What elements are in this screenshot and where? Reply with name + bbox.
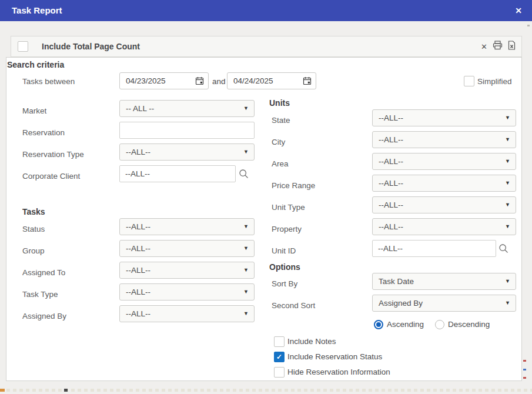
area-label: Area — [272, 159, 289, 168]
include-notes-checkbox[interactable] — [274, 336, 285, 347]
export-excel-icon[interactable] — [508, 41, 516, 52]
chevron-down-icon — [505, 153, 510, 169]
date-conjunction: and — [212, 77, 226, 86]
chevron-down-icon — [505, 295, 510, 311]
task-type-select[interactable]: --ALL-- — [119, 283, 255, 300]
date-from-picker[interactable]: 04/23/2025 — [119, 72, 209, 89]
include-total-page-count-label: Include Total Page Count — [42, 36, 140, 56]
simplified-label: Simplified — [477, 77, 512, 86]
chevron-down-icon — [243, 241, 249, 256]
chevron-down-icon — [243, 284, 249, 300]
chevron-down-icon — [243, 306, 249, 322]
hide-reservation-information-label: Hide Reservation Information — [287, 368, 390, 376]
calendar-icon[interactable] — [195, 76, 204, 88]
tasks-between-label: Tasks between — [22, 77, 75, 86]
hide-reservation-information-checkbox[interactable] — [274, 367, 285, 378]
city-label: City — [272, 138, 285, 146]
background-artifact — [527, 25, 530, 26]
task-report-dialog: Task Report Include Total Page Count — [0, 0, 532, 394]
chevron-down-icon — [505, 197, 510, 213]
task-type-label: Task Type — [22, 290, 58, 299]
reservation-type-select[interactable]: --ALL-- — [119, 143, 255, 161]
chevron-down-icon — [243, 101, 249, 116]
close-icon[interactable] — [515, 0, 522, 21]
date-from-value: 04/23/2025 — [126, 73, 166, 89]
background-artifact — [523, 360, 526, 362]
ascending-label: Ascending — [387, 320, 424, 329]
assigned-to-label: Assigned To — [22, 268, 65, 277]
chevron-down-icon — [505, 273, 510, 289]
chevron-down-icon — [505, 175, 510, 191]
group-select[interactable]: --ALL-- — [119, 240, 255, 257]
include-total-page-count-checkbox[interactable] — [18, 41, 28, 52]
state-label: State — [272, 116, 290, 125]
background-artifact — [0, 389, 5, 392]
second-sort-select[interactable]: Assigned By — [372, 295, 516, 312]
include-reservation-status-label: Include Reservation Status — [287, 352, 382, 361]
include-reservation-status-checkbox[interactable] — [274, 352, 285, 362]
chevron-down-icon — [243, 262, 249, 278]
group-label: Group — [22, 246, 45, 255]
background-artifact — [523, 377, 526, 379]
report-toolbar: Include Total Page Count — [11, 36, 522, 57]
section-units: Units — [269, 98, 290, 108]
toolbar-icons — [481, 36, 516, 56]
descending-label: Descending — [448, 320, 490, 329]
dialog-titlebar: Task Report — [0, 0, 532, 21]
market-label: Market — [22, 106, 46, 115]
assigned-to-select[interactable]: --ALL-- — [119, 262, 255, 279]
chevron-down-icon — [243, 144, 249, 160]
descending-radio[interactable] — [435, 320, 444, 329]
area-select[interactable]: --ALL-- — [372, 153, 516, 170]
search-icon[interactable] — [239, 169, 249, 182]
unit-type-select[interactable]: --ALL-- — [372, 196, 516, 213]
property-label: Property — [272, 225, 302, 233]
sort-by-label: Sort By — [272, 279, 297, 288]
status-select[interactable]: --ALL-- — [119, 218, 255, 235]
second-sort-label: Second Sort — [272, 301, 315, 310]
date-to-value: 04/24/2025 — [233, 73, 273, 89]
assigned-by-label: Assigned By — [22, 312, 66, 320]
background-artifact — [64, 389, 68, 392]
calendar-icon[interactable] — [303, 76, 312, 88]
sort-by-select[interactable]: Task Date — [372, 273, 516, 290]
unit-type-label: Unit Type — [272, 203, 305, 212]
section-search-criteria: Search criteria — [7, 60, 64, 69]
search-icon[interactable] — [498, 243, 509, 256]
price-range-label: Price Range — [272, 181, 315, 190]
city-select[interactable]: --ALL-- — [372, 131, 516, 148]
section-options: Options — [269, 262, 300, 272]
include-notes-label: Include Notes — [287, 337, 336, 346]
chevron-down-icon — [243, 219, 249, 235]
simplified-checkbox[interactable] — [464, 76, 474, 86]
reservation-label: Reservation — [22, 128, 65, 137]
assigned-by-select[interactable]: --ALL-- — [119, 305, 255, 322]
property-select[interactable]: --ALL-- — [372, 218, 516, 235]
chevron-down-icon — [505, 132, 510, 148]
background-page-dashes — [0, 389, 532, 392]
chevron-down-icon — [505, 219, 510, 235]
price-range-select[interactable]: --ALL-- — [372, 175, 516, 192]
reservation-type-label: Reservation Type — [22, 150, 84, 159]
status-label: Status — [22, 225, 45, 233]
unit-id-label: Unit ID — [272, 246, 296, 255]
date-to-picker[interactable]: 04/24/2025 — [227, 72, 316, 89]
clear-icon[interactable] — [481, 42, 487, 51]
reservation-input[interactable] — [119, 122, 255, 139]
ascending-radio[interactable] — [374, 320, 383, 329]
chevron-down-icon — [505, 110, 510, 126]
unit-id-input[interactable] — [372, 240, 496, 257]
market-select[interactable]: -- ALL -- — [119, 100, 255, 117]
background-artifact — [523, 369, 526, 370]
corporate-client-label: Corporate Client — [22, 172, 80, 181]
print-icon[interactable] — [493, 41, 503, 52]
corporate-client-input[interactable] — [119, 165, 236, 182]
dialog-title: Task Report — [12, 0, 62, 21]
state-select[interactable]: --ALL-- — [372, 109, 516, 126]
section-tasks: Tasks — [22, 207, 45, 216]
